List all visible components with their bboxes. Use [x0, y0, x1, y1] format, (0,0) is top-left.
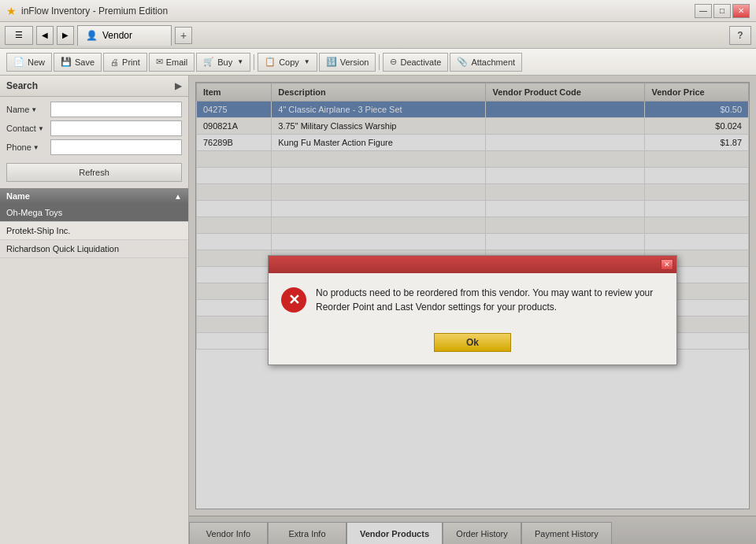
print-label: Print	[122, 57, 140, 67]
app-title: inFlow Inventory - Premium Edition	[21, 6, 168, 17]
vendor-item[interactable]: Richardson Quick Liquidation	[0, 240, 188, 258]
deactivate-button[interactable]: ⊖ Deactivate	[383, 53, 448, 72]
buy-dropdown-arrow: ▼	[237, 58, 243, 65]
save-icon: 💾	[61, 57, 72, 67]
search-name-dropdown-icon[interactable]: ▼	[31, 106, 37, 113]
app-icon: ★	[6, 5, 17, 17]
vendor-tab[interactable]: 👤 Vendor	[77, 25, 172, 46]
name-section-header[interactable]: Name ▲	[0, 188, 188, 204]
window-controls: — □ ✕	[695, 4, 750, 18]
search-phone-dropdown-icon[interactable]: ▼	[33, 144, 39, 151]
hamburger-icon: ☰	[15, 30, 23, 40]
toolbar-separator-2	[379, 54, 380, 70]
modal-error-icon: ✕	[281, 287, 306, 313]
nav-forward-button[interactable]: ▶	[57, 26, 74, 45]
search-contact-label: Contact ▼	[6, 124, 47, 133]
toolbar-separator-1	[254, 54, 254, 70]
refresh-label: Refresh	[79, 168, 109, 177]
buy-button[interactable]: 🛒 Buy ▼	[196, 53, 250, 72]
deactivate-icon: ⊖	[390, 57, 397, 67]
modal-message: No products need to be reordered from th…	[316, 286, 664, 314]
search-phone-input[interactable]	[50, 139, 182, 155]
search-name-row: Name ▼	[6, 102, 182, 117]
new-button[interactable]: 📄 New	[6, 53, 52, 72]
copy-button[interactable]: 📋 Copy ▼	[258, 53, 317, 72]
buy-label: Buy	[217, 57, 232, 67]
refresh-button[interactable]: Refresh	[6, 163, 182, 182]
toolbar: 📄 New 💾 Save 🖨 Print ✉ Email 🛒 Buy ▼ 📋 C…	[0, 49, 756, 76]
email-label: Email	[166, 57, 188, 67]
attachment-icon: 📎	[457, 57, 468, 67]
modal-close-button[interactable]: ✕	[661, 259, 673, 270]
email-button[interactable]: ✉ Email	[149, 53, 195, 72]
search-title: Search	[6, 80, 38, 91]
attachment-button[interactable]: 📎 Attachment	[450, 53, 522, 72]
modal-body: ✕ No products need to be reordered from …	[269, 273, 676, 327]
vendor-tab-label: Vendor	[102, 30, 132, 41]
modal-close-icon: ✕	[664, 261, 670, 268]
search-collapse-icon[interactable]: ▶	[175, 80, 182, 91]
nav-forward-icon: ▶	[62, 31, 69, 39]
search-name-label: Name ▼	[6, 105, 47, 114]
nav-back-button[interactable]: ◀	[36, 26, 54, 45]
modal-footer: Ok	[269, 327, 676, 365]
search-header: Search ▶	[0, 76, 188, 97]
close-button[interactable]: ✕	[732, 4, 750, 18]
name-section-title: Name	[6, 191, 30, 201]
vendor-item[interactable]: Protekt-Ship Inc.	[0, 222, 188, 240]
tab-bar: ☰ ◀ ▶ 👤 Vendor + ?	[0, 22, 756, 49]
help-button[interactable]: ?	[729, 26, 751, 45]
version-icon: 🔢	[326, 57, 337, 67]
minimize-button[interactable]: —	[695, 4, 712, 18]
modal-ok-button[interactable]: Ok	[434, 333, 511, 352]
vendor-list: Oh-Mega Toys Protekt-Ship Inc. Richardso…	[0, 204, 188, 544]
add-tab-button[interactable]: +	[175, 27, 192, 44]
copy-label: Copy	[279, 57, 299, 67]
buy-icon: 🛒	[203, 57, 214, 67]
hamburger-button[interactable]: ☰	[5, 26, 33, 45]
name-section-arrow: ▲	[174, 192, 182, 201]
search-contact-dropdown-icon[interactable]: ▼	[38, 125, 44, 132]
new-label: New	[28, 57, 45, 67]
modal-overlay: ✕ ✕ No products need to be reordered fro…	[189, 76, 756, 544]
print-icon: 🖨	[110, 57, 119, 67]
search-contact-input[interactable]	[50, 120, 182, 136]
nav-back-icon: ◀	[42, 31, 48, 39]
new-icon: 📄	[13, 57, 24, 67]
email-icon: ✉	[156, 57, 163, 67]
search-contact-row: Contact ▼	[6, 120, 182, 136]
print-button[interactable]: 🖨 Print	[103, 53, 147, 72]
restore-button[interactable]: □	[713, 4, 731, 18]
search-phone-row: Phone ▼	[6, 139, 182, 155]
save-button[interactable]: 💾 Save	[54, 53, 102, 72]
content-area: Item Description Vendor Product Code Ven…	[189, 76, 756, 544]
sidebar: Search ▶ Name ▼ Contact ▼ Phone	[0, 76, 189, 544]
modal-title-bar: ✕	[269, 256, 676, 273]
vendor-tab-icon: 👤	[86, 30, 98, 41]
main-layout: Search ▶ Name ▼ Contact ▼ Phone	[0, 76, 756, 544]
vendor-item[interactable]: Oh-Mega Toys	[0, 204, 188, 222]
copy-dropdown-arrow: ▼	[304, 58, 310, 65]
copy-icon: 📋	[265, 57, 276, 67]
version-button[interactable]: 🔢 Version	[319, 53, 376, 72]
modal-dialog: ✕ ✕ No products need to be reordered fro…	[268, 255, 677, 365]
title-bar: ★ inFlow Inventory - Premium Edition — □…	[0, 0, 756, 22]
search-phone-label: Phone ▼	[6, 142, 47, 152]
version-label: Version	[340, 57, 369, 67]
deactivate-label: Deactivate	[400, 57, 441, 67]
add-tab-icon: +	[180, 29, 187, 42]
attachment-label: Attachment	[471, 57, 515, 67]
search-name-input[interactable]	[50, 102, 182, 117]
search-fields: Name ▼ Contact ▼ Phone ▼	[0, 97, 188, 160]
save-label: Save	[75, 57, 94, 67]
help-icon: ?	[737, 30, 743, 41]
